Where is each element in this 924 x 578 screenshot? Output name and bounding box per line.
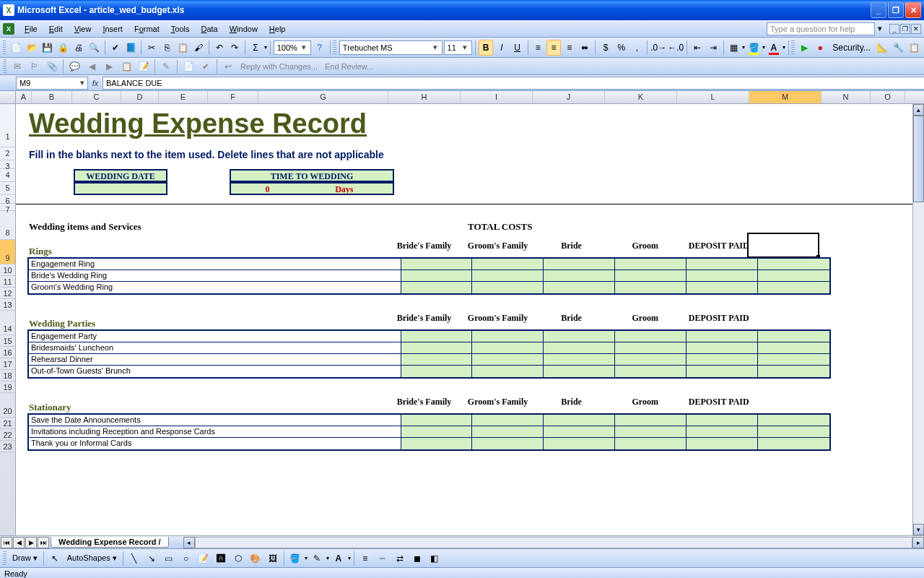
menu-tools[interactable]: Tools [165, 23, 196, 35]
col-A[interactable]: A [16, 91, 32, 103]
vertical-scrollbar[interactable]: ▴ ▾ [912, 104, 924, 535]
new-button[interactable]: 📄 [9, 40, 23, 56]
picture-button[interactable]: 🖼 [265, 551, 281, 566]
row-7[interactable]: 7 [0, 204, 15, 211]
oval-button[interactable]: ○ [178, 551, 194, 566]
tab-prev-button[interactable]: ◀ [13, 537, 25, 548]
row-1[interactable]: 1 [0, 104, 15, 147]
row-16[interactable]: 16 [0, 347, 15, 358]
col-F[interactable]: F [208, 91, 258, 103]
help-search-box[interactable]: Type a question for help [767, 22, 875, 35]
redo-button[interactable]: ↷ [227, 40, 242, 56]
tools-button[interactable]: 🔧 [892, 40, 906, 56]
menu-format[interactable]: Format [128, 23, 165, 35]
wedding-date-value[interactable] [74, 182, 167, 195]
minimize-button[interactable]: _ [871, 2, 886, 18]
col-B[interactable]: B [32, 91, 72, 103]
fx-button[interactable]: fx [88, 79, 103, 87]
app-icon[interactable]: X [3, 23, 14, 35]
row-21[interactable]: 21 [0, 418, 15, 429]
paste-button[interactable]: 📋 [175, 40, 190, 56]
decrease-indent-button[interactable]: ⇤ [690, 40, 705, 56]
vba-button[interactable]: 📐 [876, 40, 890, 56]
parties-table[interactable]: Engagement Party Bridesmaids' Luncheon R… [27, 329, 831, 379]
scroll-down-button[interactable]: ▾ [913, 524, 924, 535]
autoshapes-menu[interactable]: AutoShapes ▾ [64, 553, 120, 563]
align-center-button[interactable]: ≡ [546, 40, 561, 56]
row-6[interactable]: 6 [0, 195, 15, 204]
comment-icon[interactable]: 💬 [66, 59, 82, 74]
font-color-draw-button[interactable]: A [331, 551, 346, 566]
row-17[interactable]: 17 [0, 358, 15, 370]
italic-button[interactable]: I [494, 40, 509, 56]
end-review-label[interactable]: End Review... [322, 62, 376, 71]
arrow-button[interactable]: ↘ [144, 551, 160, 566]
row-14[interactable]: 14 [0, 311, 15, 335]
col-L[interactable]: L [677, 91, 749, 103]
zoom-combo[interactable]: 100%▾ [274, 40, 311, 55]
row-4[interactable]: 4 [0, 169, 15, 182]
scroll-right-button[interactable]: ▸ [912, 537, 924, 548]
format-painter-button[interactable]: 🖌 [191, 40, 206, 56]
underline-button[interactable]: U [510, 40, 525, 56]
col-G[interactable]: G [258, 91, 388, 103]
increase-indent-button[interactable]: ⇥ [706, 40, 720, 56]
clipart-button[interactable]: 🎨 [248, 551, 263, 566]
print-button[interactable]: 🖨 [71, 40, 86, 56]
show-all-comments-icon[interactable]: 📝 [136, 59, 152, 74]
line-style-button[interactable]: ≡ [357, 551, 373, 566]
print-preview-button[interactable]: 🔍 [87, 40, 102, 56]
merge-center-button[interactable]: ⬌ [578, 40, 593, 56]
percent-button[interactable]: % [614, 40, 629, 56]
research-button[interactable]: 📘 [123, 40, 138, 56]
save-button[interactable]: 💾 [40, 40, 55, 56]
menu-window[interactable]: Window [224, 23, 263, 35]
row-2[interactable]: 2 [0, 147, 15, 160]
line-button[interactable]: ╲ [126, 551, 142, 566]
3d-button[interactable]: ◧ [427, 551, 443, 566]
menu-view[interactable]: View [69, 23, 97, 35]
col-J[interactable]: J [533, 91, 605, 103]
line-color-button[interactable]: ✎ [309, 551, 325, 566]
row-3[interactable]: 3 [0, 160, 15, 169]
reply-changes-label[interactable]: Reply with Changes... [237, 62, 321, 71]
design-button[interactable]: 📋 [907, 40, 921, 56]
col-M[interactable]: M [749, 91, 821, 103]
mail-recipient-icon[interactable]: ✉ [9, 59, 25, 74]
col-O[interactable]: O [871, 91, 905, 103]
row-15[interactable]: 15 [0, 335, 15, 347]
security-button[interactable]: Security... [829, 40, 873, 56]
prev-comment-icon[interactable]: ◀ [84, 59, 100, 74]
record-macro-button[interactable]: ● [814, 40, 828, 56]
row-12[interactable]: 12 [0, 288, 15, 299]
help-button[interactable]: ? [313, 40, 327, 56]
tab-next-button[interactable]: ▶ [25, 537, 37, 548]
menu-help[interactable]: Help [263, 23, 292, 35]
open-button[interactable]: 📂 [25, 40, 39, 56]
permission-button[interactable]: 🔒 [56, 40, 71, 56]
horizontal-scrollbar[interactable]: ◂ ▸ [183, 537, 924, 548]
rings-table[interactable]: Engagement Ring Bride's Wedding Ring Gro… [27, 257, 831, 295]
row-11[interactable]: 11 [0, 276, 15, 288]
menu-file[interactable]: File [19, 23, 43, 35]
tab-last-button[interactable]: ⏭ [38, 537, 49, 548]
row-13[interactable]: 13 [0, 299, 15, 311]
select-all-corner[interactable] [0, 91, 16, 103]
align-right-button[interactable]: ≡ [562, 40, 577, 56]
select-objects-button[interactable]: ↖ [47, 551, 63, 566]
name-box[interactable]: M9▾ [16, 77, 88, 90]
currency-button[interactable]: $ [598, 40, 613, 56]
col-C[interactable]: C [72, 91, 121, 103]
show-comment-icon[interactable]: 📋 [118, 59, 134, 74]
row-23[interactable]: 23 [0, 441, 15, 452]
font-color-button[interactable]: A [767, 40, 781, 56]
formula-input[interactable]: BALANCE DUE [103, 77, 924, 90]
attach-icon[interactable]: 📎 [44, 59, 60, 74]
font-size-combo[interactable]: 11▾ [444, 40, 473, 55]
copy-button[interactable]: ⎘ [160, 40, 175, 56]
close-button[interactable]: ✕ [905, 2, 921, 18]
flag-icon[interactable]: 🏳 [27, 59, 43, 74]
undo-button[interactable]: ↶ [212, 40, 227, 56]
workbook-close[interactable]: ✕ [911, 24, 921, 34]
arrow-style-button[interactable]: ⇄ [392, 551, 408, 566]
